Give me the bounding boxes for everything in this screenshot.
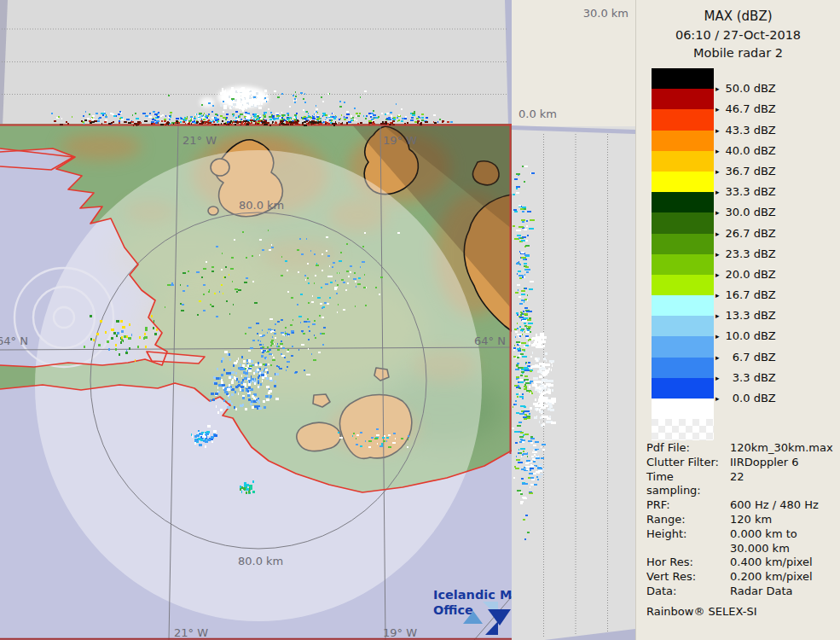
legend-entry: ▸43.3 dBZ bbox=[715, 109, 826, 130]
colorbar-band bbox=[652, 295, 714, 316]
metadata-label: PRF: bbox=[646, 498, 730, 513]
colorbar-band bbox=[652, 192, 714, 212]
colorbar-band bbox=[652, 358, 714, 378]
legend-entry: ▸23.3 dBZ bbox=[715, 234, 826, 254]
product-timestamp: 06:10 / 27-Oct-2018 bbox=[636, 26, 840, 44]
range-ring-label-bottom: 80.0 km bbox=[238, 555, 283, 567]
echo-top-white-blob bbox=[200, 86, 269, 108]
colorbar-band bbox=[652, 131, 714, 151]
metadata-value: 120 km bbox=[730, 513, 836, 527]
colorbar-band bbox=[652, 316, 714, 336]
panel-edge-top bbox=[512, 125, 635, 134]
lat-label-64n-right: 64° N bbox=[474, 335, 506, 347]
map-svg: 21° W 19° W 64° N 64° N 80.0 km 80.0 km … bbox=[0, 124, 512, 640]
legend-entry: ▸36.7 dBZ bbox=[715, 151, 826, 172]
metadata-value-line2: 30.000 km bbox=[730, 542, 836, 556]
software-branding: Rainbow® SELEX-SI bbox=[646, 605, 757, 618]
dbz-unit: dBZ bbox=[754, 392, 776, 404]
metadata-label: Range: bbox=[646, 513, 730, 527]
metadata-label: Pdf File: bbox=[646, 441, 730, 456]
product-title: MAX (dBZ) bbox=[636, 8, 840, 26]
tick-arrow-icon: ▸ bbox=[715, 394, 720, 403]
colorbar-band bbox=[652, 378, 714, 399]
radar-map-display: 21° W 19° W 64° N 64° N 80.0 km 80.0 km … bbox=[0, 124, 512, 640]
scan-metadata: Pdf File: 120km_30km.max Clutter Filter:… bbox=[646, 441, 836, 599]
metadata-label: Vert Res: bbox=[646, 570, 730, 585]
colorbar-band bbox=[652, 336, 714, 357]
metadata-row: Clutter Filter: IIRDoppler 6 bbox=[646, 456, 836, 470]
radar-application-window: 30.0 km 0.0 km bbox=[0, 0, 840, 640]
lon-label-19w-top: 19° W bbox=[383, 134, 417, 147]
legend-entry: ▸0.0 dBZ bbox=[715, 378, 826, 399]
lat-label-64n-left: 64° N bbox=[0, 335, 28, 347]
metadata-value: 0.200 km/pixel bbox=[730, 570, 836, 585]
metadata-value: Radar Data bbox=[730, 585, 836, 599]
colorbar-band-white bbox=[652, 399, 714, 419]
metadata-value: 600 Hz / 480 Hz bbox=[730, 498, 836, 513]
metadata-label: Hor Res: bbox=[646, 556, 730, 570]
colorbar-band bbox=[652, 151, 714, 172]
metadata-label: Height: bbox=[646, 527, 730, 542]
top-height-profile-panel bbox=[0, 0, 512, 126]
lon-label-21w-bottom: 21° W bbox=[174, 626, 208, 639]
legend-entry: ▸33.3 dBZ bbox=[715, 172, 826, 192]
metadata-label: Time sampling: bbox=[646, 470, 730, 499]
metadata-row: Vert Res: 0.200 km/pixel bbox=[646, 570, 836, 585]
legend-entry: ▸40.0 dBZ bbox=[715, 131, 826, 151]
dbz-value: 0.0 bbox=[722, 392, 750, 404]
imo-logo-text-2: Office bbox=[433, 603, 473, 617]
panel-edge-left bbox=[0, 0, 8, 126]
panel-edge-bottom bbox=[530, 629, 635, 640]
colorbar-band bbox=[652, 254, 714, 275]
dbz-colorbar bbox=[652, 68, 714, 399]
legend-entry: ▸16.7 dBZ bbox=[715, 275, 826, 295]
lon-label-21w-top: 21° W bbox=[182, 134, 217, 147]
metadata-value: 22 bbox=[730, 470, 836, 499]
colorbar-band bbox=[652, 89, 714, 109]
colorbar-band bbox=[652, 275, 714, 295]
colorbar-band bbox=[652, 172, 714, 192]
metadata-row: Hor Res: 0.400 km/pixel bbox=[646, 556, 836, 570]
metadata-row: Height: 0.000 km to bbox=[646, 527, 836, 542]
top-panel-graphics bbox=[0, 0, 512, 126]
legend-info-panel: MAX (dBZ) 06:10 / 27-Oct-2018 Mobile rad… bbox=[635, 0, 840, 640]
metadata-row: Data: Radar Data bbox=[646, 585, 836, 599]
metadata-row: Range: 120 km bbox=[646, 513, 836, 527]
lon-label-19w-bottom: 19° W bbox=[383, 626, 417, 639]
colorbar-band bbox=[652, 212, 714, 233]
legend-entry: ▸10.0 dBZ bbox=[715, 316, 826, 336]
height-gridlines bbox=[2, 29, 508, 95]
colorbar-band bbox=[652, 234, 714, 254]
product-header: MAX (dBZ) 06:10 / 27-Oct-2018 Mobile rad… bbox=[636, 0, 840, 62]
metadata-row: PRF: 600 Hz / 480 Hz bbox=[646, 498, 836, 513]
metadata-label: Clutter Filter: bbox=[646, 456, 730, 470]
metadata-row: Time sampling: 22 bbox=[646, 470, 836, 499]
range-ring-label-top: 80.0 km bbox=[239, 199, 284, 212]
colorbar-below-zero bbox=[652, 399, 714, 440]
legend-entry: ▸20.0 dBZ bbox=[715, 254, 826, 275]
metadata-value: IIRDoppler 6 bbox=[730, 456, 836, 470]
panel-edge-right bbox=[505, 0, 512, 126]
colorbar-band bbox=[652, 109, 714, 130]
legend-entry: ▸30.0 dBZ bbox=[715, 192, 826, 212]
dbz-labels: ▸50.0 dBZ ▸46.7 dBZ ▸43.3 dBZ ▸40.0 dBZ … bbox=[715, 68, 826, 399]
metadata-value: 120km_30km.max bbox=[730, 441, 836, 456]
colorbar-band bbox=[652, 68, 714, 89]
legend-entry: ▸50.0 dBZ bbox=[715, 68, 826, 89]
imo-logo-text-1: Icelandic Met bbox=[433, 588, 512, 602]
colorbar-band-transparent bbox=[652, 419, 714, 440]
metadata-row: Pdf File: 120km_30km.max bbox=[646, 441, 836, 456]
legend-entry: ▸6.7 dBZ bbox=[715, 336, 826, 357]
right-panel-graphics bbox=[512, 0, 635, 640]
right-height-profile-panel: 30.0 km 0.0 km bbox=[512, 0, 635, 640]
legend-entry: ▸13.3 dBZ bbox=[715, 295, 826, 316]
metadata-label: Data: bbox=[646, 585, 730, 599]
height-gridlines-vertical bbox=[544, 134, 608, 638]
metadata-value: 0.400 km/pixel bbox=[730, 556, 836, 570]
metadata-value: 0.000 km to bbox=[730, 527, 836, 542]
legend-entry: ▸3.3 dBZ bbox=[715, 358, 826, 378]
radar-name: Mobile radar 2 bbox=[636, 44, 840, 62]
legend-entry: ▸46.7 dBZ bbox=[715, 89, 826, 109]
legend-entry: ▸26.7 dBZ bbox=[715, 212, 826, 233]
